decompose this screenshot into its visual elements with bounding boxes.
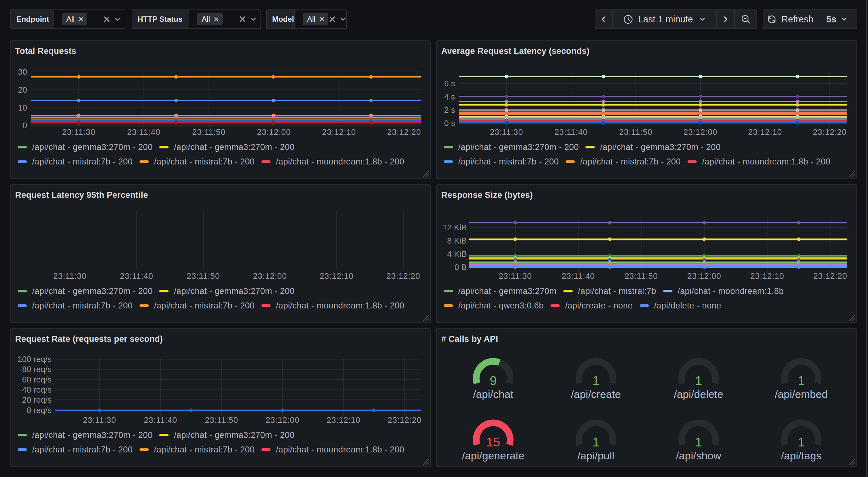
svg-text:1: 1: [592, 374, 599, 388]
svg-text:20: 20: [18, 85, 27, 94]
svg-text:100 req/s: 100 req/s: [18, 354, 52, 364]
svg-text:23:12:20: 23:12:20: [386, 271, 421, 281]
svg-text:10: 10: [18, 103, 27, 113]
svg-text:1: 1: [798, 374, 805, 388]
svg-text:23:11:40: 23:11:40: [127, 127, 161, 137]
svg-text:15: 15: [486, 435, 500, 449]
svg-text:23:12:10: 23:12:10: [322, 127, 356, 137]
svg-text:/api/show: /api/show: [676, 450, 721, 461]
svg-text:30: 30: [18, 67, 27, 77]
svg-text:4 s: 4 s: [444, 92, 455, 101]
svg-text:23:11:30: 23:11:30: [490, 127, 523, 137]
svg-text:23:12:00: 23:12:00: [257, 127, 291, 137]
svg-text:12 KiB: 12 KiB: [442, 223, 467, 232]
svg-text:/api/embed: /api/embed: [775, 388, 828, 400]
svg-text:4 KiB: 4 KiB: [447, 249, 467, 259]
svg-text:23:11:30: 23:11:30: [499, 271, 532, 281]
svg-text:23:12:10: 23:12:10: [320, 271, 354, 281]
svg-text:0 s: 0 s: [444, 118, 455, 128]
svg-text:2 s: 2 s: [444, 105, 455, 115]
svg-text:23:12:20: 23:12:20: [387, 127, 421, 137]
svg-text:23:12:00: 23:12:00: [253, 271, 287, 281]
svg-text:9: 9: [490, 374, 497, 388]
svg-text:/api/create: /api/create: [571, 388, 621, 400]
svg-text:0 req/s: 0 req/s: [27, 406, 52, 415]
svg-text:/api/pull: /api/pull: [577, 450, 614, 461]
svg-text:/api/tags: /api/tags: [781, 450, 822, 461]
svg-text:1: 1: [592, 435, 599, 449]
svg-text:40 req/s: 40 req/s: [22, 385, 52, 394]
svg-text:23:12:00: 23:12:00: [266, 415, 300, 425]
svg-text:23:11:40: 23:11:40: [120, 271, 153, 281]
svg-text:23:11:40: 23:11:40: [562, 271, 595, 281]
svg-text:80 req/s: 80 req/s: [22, 364, 52, 374]
svg-text:6 s: 6 s: [444, 79, 455, 88]
svg-text:1: 1: [695, 435, 702, 449]
svg-text:0 B: 0 B: [455, 263, 467, 272]
svg-text:23:11:50: 23:11:50: [192, 127, 225, 137]
svg-text:23:12:10: 23:12:10: [750, 271, 784, 281]
svg-text:23:11:50: 23:11:50: [187, 271, 220, 281]
svg-text:23:12:20: 23:12:20: [388, 415, 422, 425]
svg-text:/api/chat: /api/chat: [473, 388, 514, 400]
svg-text:23:12:00: 23:12:00: [687, 271, 721, 281]
svg-text:1: 1: [695, 374, 702, 388]
svg-text:23:12:20: 23:12:20: [813, 127, 847, 137]
svg-text:0: 0: [23, 121, 27, 130]
svg-text:23:11:30: 23:11:30: [83, 415, 116, 425]
svg-text:23:12:10: 23:12:10: [327, 415, 361, 425]
svg-text:23:11:40: 23:11:40: [144, 415, 177, 425]
svg-text:23:11:30: 23:11:30: [62, 127, 95, 137]
svg-text:23:12:10: 23:12:10: [748, 127, 782, 137]
svg-text:8 KiB: 8 KiB: [447, 236, 467, 245]
svg-text:23:11:50: 23:11:50: [205, 415, 239, 425]
svg-text:23:11:30: 23:11:30: [53, 271, 87, 281]
svg-text:/api/delete: /api/delete: [674, 388, 723, 400]
svg-text:23:11:40: 23:11:40: [554, 127, 588, 137]
svg-text:/api/generate: /api/generate: [462, 450, 525, 461]
svg-text:23:11:50: 23:11:50: [624, 271, 658, 281]
svg-text:20 req/s: 20 req/s: [22, 395, 52, 405]
svg-text:60 req/s: 60 req/s: [22, 375, 52, 384]
svg-text:23:12:20: 23:12:20: [813, 271, 847, 281]
svg-text:23:11:50: 23:11:50: [619, 127, 653, 137]
svg-text:23:12:00: 23:12:00: [683, 127, 717, 137]
svg-text:1: 1: [798, 435, 805, 449]
